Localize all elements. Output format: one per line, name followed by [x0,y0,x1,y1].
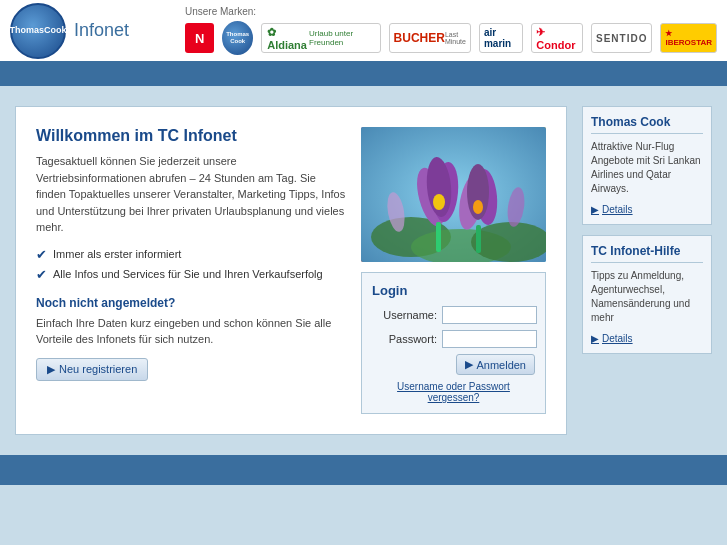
register-btn-label: Neu registrieren [59,363,137,375]
marker-sentido[interactable]: SENTIDO [591,23,652,53]
main-content: Willkommen im TC Infonet Tagesaktuell kö… [0,86,727,455]
username-label: Username: [372,309,437,321]
sidebar: Thomas Cook Attraktive Nur-Flug Angebote… [582,106,712,435]
login-btn-label: Anmelden [476,359,526,371]
login-box: Login Username: Passwort: ▶ Anmelden Use… [361,272,546,414]
footer-bar [0,455,727,485]
username-input[interactable] [442,306,537,324]
logo-icon[interactable]: Thomas Cook [10,3,66,59]
check-label-1: Immer als erster informiert [53,248,181,260]
login-title: Login [372,283,535,298]
sidebar-card1-title: Thomas Cook [591,115,703,134]
not-registered-title: Noch nicht angemeldet? [36,296,346,310]
right-panel: Login Username: Passwort: ▶ Anmelden Use… [361,127,546,414]
login-arrow-icon: ▶ [465,358,473,371]
logo-area: Thomas Cook Infonet [10,3,185,59]
not-registered-section: Noch nicht angemeldet? Einfach Ihre Date… [36,296,346,381]
flower-image [361,127,546,262]
svg-point-7 [433,194,445,210]
nav-bar [0,64,727,86]
marker-condor[interactable]: ✈ Condor [531,23,583,53]
sidebar-card1-text: Attraktive Nur-Flug Angebote mit Sri Lan… [591,140,703,196]
sidebar-card1-link-label: Details [602,204,633,215]
welcome-section: Willkommen im TC Infonet Tagesaktuell kö… [36,127,346,414]
marker-bucher[interactable]: BUCHERLast Minute [389,23,471,53]
marker-thomascook[interactable]: ThomasCook [222,21,253,55]
footer-bottom [0,485,727,515]
marker-aldiana[interactable]: ✿ AldianaUrlaub unter Freunden [261,23,380,53]
sidebar-link1-arrow-icon: ▶ [591,204,599,215]
password-label: Passwort: [372,333,437,345]
sidebar-link2-arrow-icon: ▶ [591,333,599,344]
markers-section: Unsere Marken: N ThomasCook ✿ AldianaUrl… [185,6,717,55]
password-input[interactable] [442,330,537,348]
check-icon-1: ✔ [36,247,47,262]
register-button[interactable]: ▶ Neu registrieren [36,358,148,381]
sidebar-card-thomascook: Thomas Cook Attraktive Nur-Flug Angebote… [582,106,712,225]
not-registered-text: Einfach Ihre Daten kurz eingeben und sch… [36,315,346,348]
sidebar-card2-text: Tipps zu Anmeldung, Agenturwechsel, Name… [591,269,703,325]
markers-label: Unsere Marken: [185,6,717,17]
sidebar-card2-title: TC Infonet-Hilfe [591,244,703,263]
marker-logos: N ThomasCook ✿ AldianaUrlaub unter Freun… [185,21,717,55]
check-item-2: ✔ Alle Infos und Services für Sie und Ih… [36,268,346,282]
checkmarks: ✔ Immer als erster informiert ✔ Alle Inf… [36,248,346,282]
check-item-1: ✔ Immer als erster informiert [36,248,346,262]
svg-rect-12 [436,222,441,252]
username-row: Username: [372,306,535,324]
infonet-label: Infonet [74,20,129,41]
marker-neckermann[interactable]: N [185,23,214,53]
svg-rect-13 [476,225,481,253]
password-row: Passwort: [372,330,535,348]
sidebar-card2-link-label: Details [602,333,633,344]
register-arrow-icon: ▶ [47,363,55,376]
marker-iberostar[interactable]: ★ IBEROSTAR [660,23,717,53]
sidebar-card2-link[interactable]: ▶ Details [591,333,633,344]
content-box: Willkommen im TC Infonet Tagesaktuell kö… [15,106,567,435]
sidebar-card1-link[interactable]: ▶ Details [591,204,633,215]
login-button[interactable]: ▶ Anmelden [456,354,535,375]
login-btn-container: ▶ Anmelden [372,354,535,375]
welcome-text: Tagesaktuell können Sie jederzeit unsere… [36,153,346,236]
welcome-title: Willkommen im TC Infonet [36,127,346,145]
forgot-password-link[interactable]: Username oder Passwort vergessen? [372,381,535,403]
svg-point-11 [473,200,483,214]
sidebar-card-hilfe: TC Infonet-Hilfe Tipps zu Anmeldung, Age… [582,235,712,354]
header: Thomas Cook Infonet Unsere Marken: N Tho… [0,0,727,64]
check-label-2: Alle Infos und Services für Sie und Ihre… [53,268,323,280]
check-icon-2: ✔ [36,267,47,282]
marker-airmarin[interactable]: air marin [479,23,523,53]
